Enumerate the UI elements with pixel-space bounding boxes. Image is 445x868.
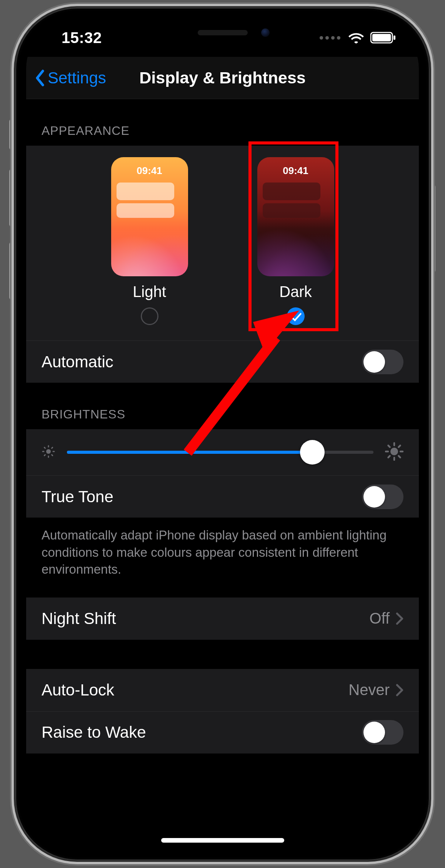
svg-rect-2 [393,35,395,40]
svg-point-12 [390,448,398,455]
svg-point-3 [46,449,51,454]
sun-low-icon [42,445,55,460]
brightness-slider-cell [26,429,419,475]
thumbnail-time: 09:41 [283,165,308,177]
nav-bar: Settings Display & Brightness [26,57,419,99]
dark-radio[interactable] [287,307,305,325]
brightness-slider[interactable] [67,451,373,454]
chevron-right-icon [396,684,403,697]
automatic-cell[interactable]: Automatic [26,340,419,383]
night-shift-label: Night Shift [42,609,116,628]
volume-down-button [9,242,15,300]
svg-line-19 [388,456,390,457]
screen: 15:32 [26,18,419,850]
volume-up-button [9,169,15,227]
back-button[interactable]: Settings [26,69,106,87]
svg-line-17 [388,445,390,447]
auto-lock-label: Auto-Lock [42,681,114,699]
svg-line-18 [398,456,400,457]
raise-to-wake-toggle[interactable] [362,720,403,745]
automatic-label: Automatic [42,353,113,371]
night-shift-value: Off [369,610,390,627]
auto-lock-value: Never [348,681,390,699]
truetone-label: True Tone [42,488,113,506]
chevron-left-icon [34,70,46,86]
thumbnail-time: 09:41 [137,165,162,177]
raise-to-wake-label: Raise to Wake [42,723,146,742]
home-indicator[interactable] [161,838,284,843]
svg-line-8 [44,447,45,448]
night-shift-cell[interactable]: Night Shift Off [26,597,419,640]
light-label: Light [133,283,166,300]
power-button [430,184,435,273]
svg-line-9 [52,455,53,456]
truetone-footer: Automatically adapt iPhone display based… [26,518,419,594]
sun-high-icon [385,442,403,462]
svg-line-11 [52,447,53,448]
chevron-right-icon [396,612,403,625]
appearance-option-light[interactable]: 09:41 Light [111,157,188,325]
automatic-toggle[interactable] [362,350,403,374]
phone-frame: 15:32 [15,8,430,860]
notch [138,18,307,48]
appearance-card: 09:41 Light 09:41 [26,146,419,340]
battery-icon [370,32,396,43]
svg-line-20 [398,445,400,447]
appearance-header: APPEARANCE [26,99,419,146]
front-camera [261,28,270,37]
brightness-header: BRIGHTNESS [26,383,419,429]
page-dots-icon [320,36,340,40]
light-thumbnail: 09:41 [111,157,188,276]
raise-to-wake-cell[interactable]: Raise to Wake [26,711,419,753]
truetone-cell[interactable]: True Tone [26,475,419,518]
svg-rect-1 [372,34,391,41]
auto-lock-cell[interactable]: Auto-Lock Never [26,669,419,711]
appearance-option-dark[interactable]: 09:41 Dark [257,157,334,325]
light-radio[interactable] [141,307,158,325]
mute-switch [9,119,15,150]
wifi-icon [348,32,364,44]
dark-label: Dark [279,283,312,300]
svg-line-10 [44,455,45,456]
truetone-toggle[interactable] [362,485,403,509]
page-title: Display & Brightness [139,68,306,87]
back-label: Settings [48,69,106,87]
speaker [198,30,248,35]
brightness-slider-knob[interactable] [300,440,325,465]
status-time: 15:32 [62,29,102,46]
dark-thumbnail: 09:41 [257,157,334,276]
